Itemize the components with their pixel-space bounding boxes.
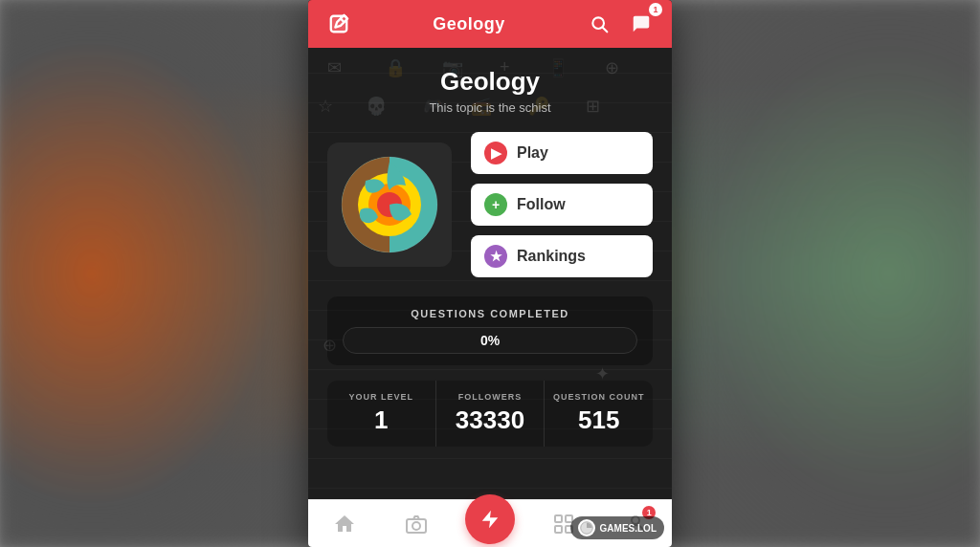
progress-bar: 0% [343,327,637,354]
nav-lightning-button[interactable] [465,494,515,544]
svg-rect-0 [331,16,347,33]
app-header: Geology 1 [308,0,672,48]
svg-rect-14 [566,515,572,522]
edit-button[interactable] [322,7,356,41]
progress-section: QUESTIONS COMPLETED 0% [327,296,653,365]
level-label: YOUR LEVEL [335,392,428,402]
play-button[interactable]: ▶ Play [471,132,653,174]
follow-icon: + [484,193,507,216]
rankings-icon: ★ [484,245,507,268]
follow-label: Follow [517,196,566,213]
questions-value: 515 [552,405,645,435]
progress-label: QUESTIONS COMPLETED [343,308,637,319]
stat-questions: QUESTION COUNT 515 [545,381,653,447]
svg-marker-12 [482,510,499,527]
search-button[interactable] [582,7,616,41]
camera-icon [405,513,428,536]
lightning-icon [479,509,501,530]
action-buttons: ▶ Play + Follow ★ Rankings [471,132,653,277]
stat-followers: FOLLOWERS 33330 [436,381,546,447]
play-label: Play [517,144,548,162]
watermark-text: GAMES.LOL [600,523,657,534]
progress-value: 0% [480,333,500,348]
header-title: Geology [433,14,505,34]
stat-level: YOUR LEVEL 1 [327,381,436,447]
notification-badge: 1 [649,3,662,16]
svg-point-11 [412,522,420,530]
play-icon: ▶ [484,142,507,164]
chat-button[interactable]: 1 [624,7,658,41]
questions-label: QUESTION COUNT [552,392,645,402]
header-actions: 1 [582,7,658,41]
home-icon [333,513,356,536]
topic-image [327,142,452,267]
follow-button[interactable]: + Follow [471,184,653,226]
rankings-label: Rankings [517,248,586,265]
svg-rect-13 [555,515,562,522]
rankings-button[interactable]: ★ Rankings [471,235,653,277]
svg-line-3 [603,28,608,33]
main-content: Geology This topic is the schist [308,48,672,447]
nav-home[interactable] [321,500,368,548]
svg-rect-15 [555,526,562,533]
followers-value: 33330 [444,405,537,435]
level-value: 1 [335,405,428,435]
stats-section: YOUR LEVEL 1 FOLLOWERS 33330 QUESTION CO… [327,381,653,447]
page-subtitle: This topic is the schist [327,100,653,115]
games-lol-logo [578,519,595,536]
topic-section: ▶ Play + Follow ★ Rankings [327,132,653,277]
page-title: Geology [327,67,653,97]
nav-camera[interactable] [392,500,440,548]
watermark: GAMES.LOL [570,516,664,539]
followers-label: FOLLOWERS [444,392,537,402]
